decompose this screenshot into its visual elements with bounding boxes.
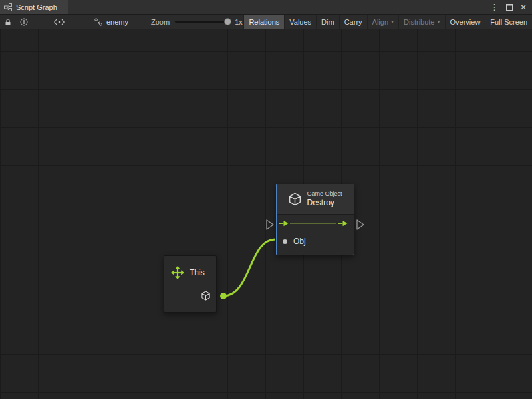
relations-label: Relations	[249, 18, 279, 26]
flow-output-arrow-icon[interactable]	[338, 220, 348, 227]
script-graph-window: Script Graph ⋮ ✕	[0, 0, 532, 399]
destroy-node-title: Destroy	[307, 198, 342, 208]
window-controls: ⋮ ✕	[490, 0, 532, 14]
tab-title: Script Graph	[16, 3, 57, 11]
zoom-slider-handle[interactable]	[224, 18, 231, 25]
script-graph-icon	[4, 3, 12, 11]
control-output-triangle-port[interactable]	[357, 220, 364, 229]
relations-button[interactable]: Relations	[243, 15, 284, 29]
tab-script-graph[interactable]: Script Graph	[0, 0, 68, 14]
fullscreen-label: Full Screen	[490, 18, 527, 26]
close-icon[interactable]: ✕	[520, 3, 527, 11]
overview-button[interactable]: Overview	[445, 15, 485, 29]
graph-canvas[interactable]: This Game Object Destroy	[0, 29, 532, 399]
align-button[interactable]: Align ▾	[367, 15, 398, 29]
zoom-label: Zoom	[151, 15, 170, 29]
values-label: Values	[289, 18, 311, 26]
info-icon	[20, 18, 28, 26]
graph-name: enemy	[106, 18, 128, 26]
connections-overlay	[0, 29, 532, 399]
this-output-port-dot[interactable]	[220, 293, 227, 299]
obj-port-label: Obj	[293, 237, 306, 246]
values-button[interactable]: Values	[284, 15, 316, 29]
connection-wire	[223, 239, 275, 296]
window-menu-icon[interactable]: ⋮	[490, 3, 499, 11]
graph-icon	[94, 18, 102, 26]
move-self-icon	[171, 266, 184, 279]
zoom-slider[interactable]	[175, 21, 229, 23]
cube-icon	[288, 192, 302, 206]
maximize-icon[interactable]	[506, 4, 513, 11]
chevron-down-icon: ▾	[438, 19, 440, 25]
node-destroy[interactable]: Game Object Destroy Obj	[276, 184, 354, 255]
code-button[interactable]	[49, 15, 69, 29]
chevron-down-icon: ▾	[391, 19, 394, 25]
destroy-node-header: Game Object Destroy	[277, 184, 354, 215]
fullscreen-button[interactable]: Full Screen	[485, 15, 532, 29]
lock-icon	[4, 18, 12, 26]
code-icon	[54, 19, 65, 25]
lock-button[interactable]	[0, 15, 16, 29]
destroy-node-obj-row: Obj	[277, 232, 354, 251]
flow-input-arrow-icon[interactable]	[279, 220, 289, 227]
graph-toolbar: enemy Zoom 1x Relations Values Dim Carry…	[0, 15, 532, 29]
gameobject-output-port[interactable]	[201, 291, 211, 301]
destroy-node-flow-row	[277, 215, 354, 232]
dim-label: Dim	[321, 18, 334, 26]
overview-label: Overview	[450, 18, 481, 26]
cube-icon	[201, 291, 211, 301]
control-input-triangle-port[interactable]	[267, 220, 273, 229]
relation-line	[290, 223, 336, 224]
dim-button[interactable]: Dim	[316, 15, 339, 29]
info-button[interactable]	[16, 15, 32, 29]
this-node-title: This	[190, 268, 205, 277]
node-this[interactable]: This	[164, 255, 217, 313]
align-label: Align	[372, 18, 388, 26]
distribute-button[interactable]: Distribute ▾	[398, 15, 444, 29]
titlebar: Script Graph ⋮ ✕	[0, 0, 532, 15]
carry-button[interactable]: Carry	[339, 15, 367, 29]
zoom-value: 1x	[235, 15, 243, 29]
obj-input-port[interactable]	[283, 239, 287, 244]
distribute-label: Distribute	[404, 18, 434, 26]
graph-breadcrumb[interactable]: enemy	[94, 15, 128, 29]
carry-label: Carry	[344, 18, 362, 26]
destroy-node-category: Game Object	[307, 190, 342, 198]
